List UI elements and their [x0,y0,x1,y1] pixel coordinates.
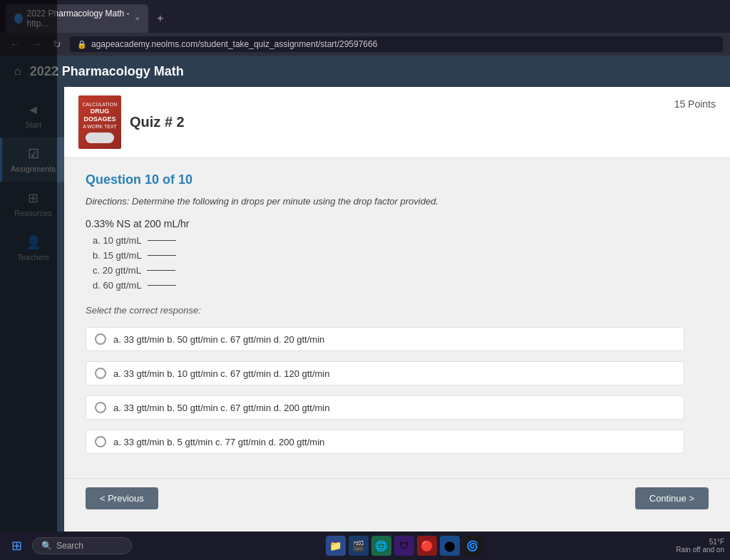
book-pills-decoration [86,133,114,143]
weather-temp: 51°F [676,538,724,546]
choice-c-text: c. 20 gtt/mL [93,265,141,276]
radio-circle-4 [95,436,106,447]
start-button[interactable]: ⊞ [6,535,28,556]
choice-a: a. 10 gtt/mL [93,235,684,246]
radio-option-1[interactable]: a. 33 gtt/min b. 50 gtt/min c. 67 gtt/mi… [86,327,684,351]
question-text: 0.33% NS at 200 mL/hr [86,218,684,229]
quiz-title-section: Quiz # 2 [130,114,666,130]
answer-choices: a. 10 gtt/mL b. 15 gtt/mL c. 20 gtt/mL d… [93,235,684,291]
sidebar-item-resources-label: Resources [14,209,52,217]
choice-b-blank [148,255,176,256]
quiz-area: CALCULATION DRUGDOSAGES A WORK TEXT Quiz… [64,87,730,560]
choice-c-blank [147,270,175,271]
radio-circle-3 [95,402,106,413]
radio-text-1: a. 33 gtt/min b. 50 gtt/min c. 67 gtt/mi… [113,334,324,345]
book-sub: A WORK TEXT [83,123,117,130]
tab-close-button[interactable]: × [135,14,140,23]
browser-chrome: 2022 Pharmacology Math - http... × + ← →… [0,0,730,56]
taskbar-app-norton[interactable]: 🔴 [417,536,437,556]
tab-favicon [14,14,23,24]
address-bar: ← → ↻ 🔒 agapeacademy.neolms.com/student_… [0,33,730,56]
sidebar: ◄ Start ☑ Assignments ⊞ Resources 👤 Teac… [0,87,64,560]
quiz-header-bar: CALCULATION DRUGDOSAGES A WORK TEXT Quiz… [64,87,730,158]
sidebar-item-start[interactable]: ◄ Start [0,94,64,138]
content-area: ◄ Start ☑ Assignments ⊞ Resources 👤 Teac… [0,87,730,560]
taskbar-app-shield[interactable]: 🛡 [394,536,414,556]
select-label: Select the correct response: [86,305,684,316]
forward-button[interactable]: → [29,37,44,51]
url-box[interactable]: 🔒 agapeacademy.neolms.com/student_take_q… [70,36,723,52]
book-cover: CALCULATION DRUGDOSAGES A WORK TEXT [78,95,121,149]
book-subtitle: CALCULATION [83,101,118,108]
weather-info: 51°F Rain off and on [676,538,724,554]
previous-button[interactable]: < Previous [86,487,158,509]
radio-text-3: a. 33 gtt/min b. 50 gtt/min c. 67 gtt/mi… [113,403,330,413]
refresh-button[interactable]: ↻ [50,37,64,51]
start-icon: ◄ [27,103,40,118]
book-title: DRUGDOSAGES [83,108,115,123]
choice-a-blank [148,240,176,241]
url-text: agapeacademy.neolms.com/student_take_qui… [91,39,377,49]
sidebar-item-teachers-label: Teachers [17,253,49,261]
taskbar: ⊞ 🔍 Search 📁 🎬 🌐 🛡 🔴 ⬤ 🌀 51°F Rain off a… [0,532,730,560]
quiz-title: Quiz # 2 [130,114,666,130]
radio-circle-1 [95,333,106,345]
home-icon[interactable]: ⌂ [14,65,21,78]
teachers-icon: 👤 [26,234,41,250]
assignments-icon: ☑ [28,146,39,162]
choice-c: c. 20 gtt/mL [93,265,684,276]
taskbar-right: 51°F Rain off and on [676,538,724,554]
question-header: Question 10 of 10 [86,172,684,187]
taskbar-app-media[interactable]: 🎬 [349,536,369,556]
quiz-body: Question 10 of 10 Directions: Determine … [64,158,706,478]
choice-a-text: a. 10 gtt/mL [93,235,142,246]
sidebar-item-start-label: Start [25,120,41,129]
radio-option-2[interactable]: a. 33 gtt/min b. 10 gtt/min c. 67 gtt/mi… [86,361,684,385]
choice-d-text: d. 60 gtt/mL [93,280,142,291]
search-icon: 🔍 [41,541,52,551]
choice-d: d. 60 gtt/mL [93,280,684,291]
nav-buttons: < Previous Continue > [64,478,730,518]
taskbar-search[interactable]: 🔍 Search [32,537,132,554]
radio-text-4: a. 33 gtt/min b. 5 gtt/min c. 77 gtt/min… [113,437,324,447]
app-header: ⌂ 2022 Pharmacology Math [0,56,730,87]
sidebar-item-assignments[interactable]: ☑ Assignments [0,138,64,182]
continue-button[interactable]: Continue > [635,487,709,509]
previous-label: < Previous [100,493,144,504]
sidebar-item-resources[interactable]: ⊞ Resources [0,182,64,226]
lock-icon: 🔒 [77,40,87,49]
resources-icon: ⊞ [28,190,38,206]
app-title: 2022 Pharmacology Math [30,64,184,79]
back-button[interactable]: ← [7,37,23,51]
choice-b-text: b. 15 gtt/mL [93,250,142,261]
radio-option-3[interactable]: a. 33 gtt/min b. 50 gtt/min c. 67 gtt/mi… [86,395,684,420]
tab-bar: 2022 Pharmacology Math - http... × + [0,0,730,33]
sidebar-item-teachers[interactable]: 👤 Teachers [0,226,64,270]
new-tab-button[interactable]: + [151,9,169,28]
taskbar-app-circle[interactable]: ⬤ [440,536,460,556]
points-label: 15 Points [674,95,716,110]
continue-label: Continue > [649,493,694,504]
taskbar-apps: 📁 🎬 🌐 🛡 🔴 ⬤ 🌀 [136,536,672,556]
weather-desc: Rain off and on [676,546,724,554]
tab-title: 2022 Pharmacology Math - http... [27,9,131,28]
directions: Directions: Determine the following in d… [86,196,684,207]
taskbar-app-edge[interactable]: 🌐 [371,536,391,556]
taskbar-app-chrome[interactable]: 🌀 [463,536,483,556]
full-app: ⌂ 2022 Pharmacology Math ◄ Start ☑ Assig… [0,56,730,560]
radio-option-4[interactable]: a. 33 gtt/min b. 5 gtt/min c. 77 gtt/min… [86,430,684,454]
radio-circle-2 [95,368,106,379]
radio-text-2: a. 33 gtt/min b. 10 gtt/min c. 67 gtt/mi… [113,368,330,379]
search-label: Search [56,541,83,551]
choice-b: b. 15 gtt/mL [93,250,684,261]
sidebar-item-assignments-label: Assignments [11,165,56,173]
choice-d-blank [148,285,176,286]
active-tab[interactable]: 2022 Pharmacology Math - http... × [6,4,148,33]
taskbar-app-files[interactable]: 📁 [326,536,346,556]
